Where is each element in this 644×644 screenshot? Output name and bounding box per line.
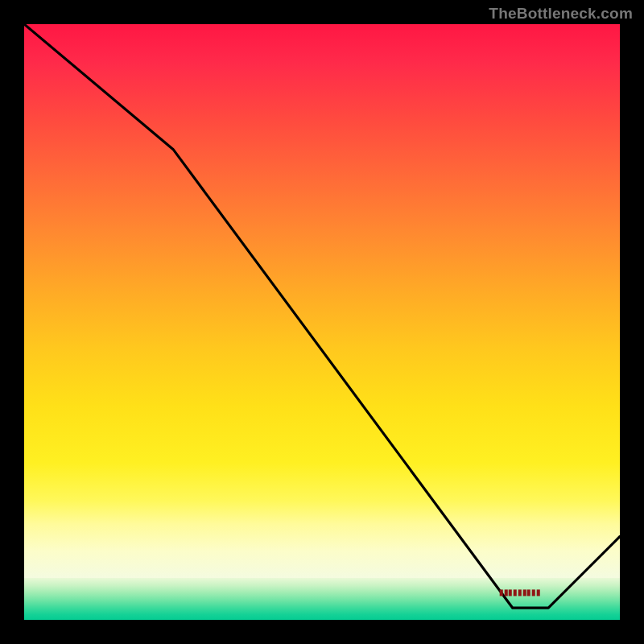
curve-svg <box>24 24 620 620</box>
chart-frame: TheBottleneck.com ▮▮▮▮▮▮▮▮▮ <box>0 0 644 644</box>
watermark-text: TheBottleneck.com <box>489 5 633 23</box>
curve-path <box>24 24 620 608</box>
minimum-annotation: ▮▮▮▮▮▮▮▮▮ <box>499 588 540 597</box>
plot-area: ▮▮▮▮▮▮▮▮▮ <box>24 24 620 620</box>
